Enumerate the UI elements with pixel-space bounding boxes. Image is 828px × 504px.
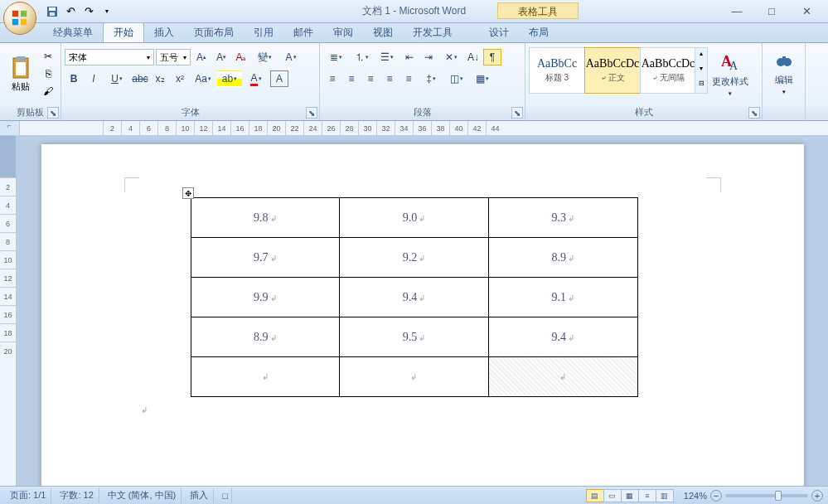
table-cell[interactable]: 9.4↲ [488, 317, 637, 357]
format-painter-icon[interactable]: 🖌 [40, 84, 56, 99]
find-button[interactable]: 编辑 ▾ [766, 46, 801, 102]
table-cell[interactable]: ↲ [340, 357, 489, 397]
close-button[interactable]: ✕ [797, 4, 816, 19]
tab-references[interactable]: 引用 [244, 23, 283, 42]
view-fullscreen[interactable]: ▭ [603, 489, 622, 502]
char-shading-button[interactable]: A [270, 70, 288, 87]
highlight-button[interactable]: ab▾ [217, 70, 242, 87]
view-draft[interactable]: ▥ [656, 489, 674, 502]
font-launcher[interactable]: ⬊ [306, 107, 317, 119]
status-rec[interactable]: □ [217, 488, 232, 503]
line-spacing-button[interactable]: ‡▾ [419, 70, 443, 87]
view-web[interactable]: ▦ [621, 489, 639, 502]
redo-icon[interactable]: ↷ [81, 4, 96, 19]
underline-button[interactable]: U▾ [104, 70, 129, 87]
tab-review[interactable]: 审阅 [323, 23, 363, 42]
style-nospacing[interactable]: AaBbCcDc ⤶无间隔 [640, 47, 696, 94]
table-cell[interactable]: 9.5↲ [340, 317, 489, 357]
font-color-button[interactable]: A▾ [244, 70, 269, 87]
styles-launcher[interactable]: ⬊ [748, 107, 760, 119]
view-outline[interactable]: ≡ [638, 489, 656, 502]
align-right-button[interactable]: ≡ [361, 70, 380, 87]
zoom-out-button[interactable]: − [710, 490, 722, 502]
bold-button[interactable]: B [65, 70, 83, 87]
tab-mailings[interactable]: 邮件 [283, 23, 323, 42]
tab-page-layout[interactable]: 页面布局 [184, 23, 244, 42]
sort-button[interactable]: A↓ [464, 49, 482, 65]
bullets-button[interactable]: ≣▾ [323, 49, 348, 65]
char-border-icon[interactable]: A▾ [278, 49, 303, 65]
save-icon[interactable] [45, 4, 60, 19]
tab-developer[interactable]: 开发工具 [403, 23, 462, 42]
table-cell[interactable]: 9.4↲ [340, 278, 489, 317]
table-cell[interactable]: 9.9↲ [191, 278, 340, 317]
table-cell[interactable]: 9.8↲ [191, 198, 340, 238]
qat-dropdown-icon[interactable]: ▾ [99, 4, 114, 19]
status-insert[interactable]: 插入 [185, 488, 214, 503]
change-styles-button[interactable]: AA 更改样式 ▾ [709, 46, 751, 102]
increase-indent-button[interactable]: ⇥ [419, 49, 438, 65]
font-name-combo[interactable]: 宋体▾ [65, 49, 154, 65]
clear-format-icon[interactable]: Aₐ [232, 49, 250, 65]
document-area[interactable]: ✥ 9.8↲9.0↲9.3↲9.7↲9.2↲8.9↲9.9↲9.4↲9.1↲8.… [17, 136, 828, 486]
ruler-vertical[interactable]: 2468101214161820 [0, 136, 17, 486]
style-normal[interactable]: AaBbCcDc ⤶正文 [584, 47, 641, 94]
maximize-button[interactable]: □ [762, 4, 782, 19]
view-print-layout[interactable]: ▤ [586, 489, 604, 502]
change-case-button[interactable]: Aa▾ [191, 70, 215, 87]
strikethrough-button[interactable]: abc [131, 70, 149, 87]
paragraph-launcher[interactable]: ⬊ [511, 107, 523, 119]
decrease-indent-button[interactable]: ⇤ [400, 49, 419, 65]
status-words[interactable]: 字数: 12 [55, 488, 99, 503]
shrink-font-icon[interactable]: A▾ [212, 49, 230, 65]
document-table[interactable]: 9.8↲9.0↲9.3↲9.7↲9.2↲8.9↲9.9↲9.4↲9.1↲8.9↲… [191, 197, 638, 397]
font-size-combo[interactable]: 五号▾ [156, 49, 191, 65]
ruler-horizontal[interactable]: ⌐ 24681012141618202224262830323436384042… [0, 121, 828, 136]
cut-icon[interactable]: ✂ [40, 49, 56, 64]
undo-icon[interactable]: ↶ [63, 4, 78, 19]
table-cell[interactable]: 9.1↲ [488, 278, 637, 317]
table-cell[interactable]: 8.9↲ [488, 238, 637, 278]
tab-table-layout[interactable]: 布局 [519, 23, 559, 42]
paste-button[interactable]: 粘贴 [3, 46, 38, 102]
minimize-button[interactable]: — [727, 4, 747, 19]
distribute-button[interactable]: ≡ [399, 70, 418, 87]
align-left-button[interactable]: ≡ [323, 70, 341, 87]
tab-design[interactable]: 设计 [479, 23, 519, 42]
copy-icon[interactable]: ⎘ [40, 66, 56, 81]
table-cell[interactable]: ↲ [488, 357, 637, 397]
tab-view[interactable]: 视图 [363, 23, 403, 42]
align-center-button[interactable]: ≡ [342, 70, 361, 87]
style-gallery-expand[interactable]: ▴▾⊟ [695, 47, 708, 94]
office-button[interactable] [3, 2, 40, 38]
table-cell[interactable]: 9.7↲ [191, 238, 340, 278]
zoom-level[interactable]: 124% [684, 491, 707, 501]
superscript-button[interactable]: x² [171, 70, 189, 87]
style-gallery[interactable]: AaBbCc 标题 3 AaBbCcDc ⤶正文 AaBbCcDc ⤶无间隔 ▴… [529, 47, 708, 94]
zoom-slider[interactable] [725, 494, 808, 497]
style-heading3[interactable]: AaBbCc 标题 3 [529, 47, 585, 94]
grow-font-icon[interactable]: A▴ [192, 49, 211, 65]
status-page[interactable]: 页面: 1/1 [5, 488, 51, 503]
zoom-in-button[interactable]: + [811, 490, 823, 502]
status-lang[interactable]: 中文 (简体, 中国) [103, 488, 182, 503]
borders-button[interactable]: ▦▾ [470, 70, 495, 87]
tab-classic[interactable]: 经典菜单 [43, 23, 103, 42]
show-marks-button[interactable]: ¶ [483, 49, 501, 65]
tab-insert[interactable]: 插入 [144, 23, 184, 42]
table-cell[interactable]: ↲ [191, 357, 340, 397]
table-cell[interactable]: 9.0↲ [340, 198, 489, 238]
table-cell[interactable]: 9.2↲ [340, 238, 489, 278]
clipboard-launcher[interactable]: ⬊ [47, 107, 59, 119]
tab-home[interactable]: 开始 [103, 22, 144, 42]
justify-button[interactable]: ≡ [380, 70, 399, 87]
multilevel-button[interactable]: ☰▾ [375, 49, 399, 65]
table-cell[interactable]: 8.9↲ [191, 317, 340, 357]
phonetic-guide-icon[interactable]: 變▾ [252, 49, 277, 65]
shading-button[interactable]: ◫▾ [444, 70, 469, 87]
italic-button[interactable]: I [85, 70, 103, 87]
subscript-button[interactable]: x₂ [151, 70, 169, 87]
table-cell[interactable]: 9.3↲ [488, 198, 637, 238]
numbering-button[interactable]: ⒈▾ [349, 49, 374, 65]
text-direction-button[interactable]: ✕▾ [438, 49, 463, 65]
